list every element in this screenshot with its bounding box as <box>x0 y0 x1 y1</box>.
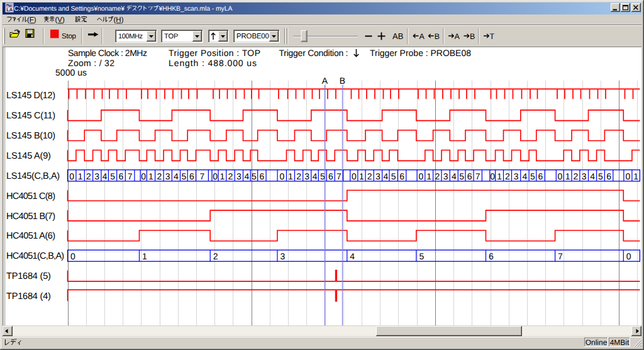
svg-text:5: 5 <box>320 171 325 181</box>
svg-text:TOP: TOP <box>164 33 178 40</box>
svg-text:LA: LA <box>6 7 13 13</box>
svg-text:0: 0 <box>213 171 218 181</box>
svg-text:7: 7 <box>475 171 480 181</box>
svg-text:Online: Online <box>586 338 608 347</box>
svg-text:5: 5 <box>391 171 396 181</box>
svg-text:3: 3 <box>582 171 587 181</box>
svg-text:0: 0 <box>626 251 631 261</box>
svg-text:1: 1 <box>359 171 364 181</box>
svg-text:2: 2 <box>367 171 372 181</box>
svg-text:Length : 488.000 us: Length : 488.000 us <box>169 58 257 68</box>
svg-text:4: 4 <box>523 171 528 181</box>
svg-text:4: 4 <box>590 171 595 181</box>
svg-text:HC4051(C,B,A): HC4051(C,B,A) <box>6 251 64 261</box>
svg-text:4: 4 <box>350 251 355 261</box>
svg-text:B: B <box>340 76 345 86</box>
svg-text:T: T <box>490 32 495 41</box>
svg-text:2: 2 <box>213 251 218 261</box>
svg-text:5: 5 <box>419 251 424 261</box>
svg-text:7: 7 <box>336 171 341 181</box>
svg-text:4: 4 <box>244 171 249 181</box>
svg-text:HC4051 C(8): HC4051 C(8) <box>6 191 55 201</box>
svg-text:1: 1 <box>220 171 225 181</box>
svg-text:Stop: Stop <box>62 33 76 40</box>
svg-text:LS145 C(11): LS145 C(11) <box>6 111 55 121</box>
svg-text:0: 0 <box>352 171 357 181</box>
svg-text:4: 4 <box>174 171 179 181</box>
svg-text:0: 0 <box>490 171 495 181</box>
svg-text:5: 5 <box>530 171 535 181</box>
svg-text:3: 3 <box>304 171 309 181</box>
svg-text:6: 6 <box>260 171 265 181</box>
svg-text:7: 7 <box>200 171 205 181</box>
svg-text:4: 4 <box>452 171 457 181</box>
svg-text:0: 0 <box>141 171 146 181</box>
svg-text:LS145 D(12): LS145 D(12) <box>6 91 55 101</box>
svg-text:1: 1 <box>565 171 570 181</box>
svg-text:6: 6 <box>119 171 124 181</box>
svg-text:3: 3 <box>236 171 242 181</box>
svg-text:5: 5 <box>598 171 603 181</box>
svg-text:HC4051 A(6): HC4051 A(6) <box>6 231 55 241</box>
svg-text:100MHz: 100MHz <box>118 33 143 40</box>
svg-text:C:¥Documents and Settings¥nona: C:¥Documents and Settings¥noname¥ <box>14 5 125 13</box>
svg-text:2: 2 <box>296 171 301 181</box>
svg-text:2: 2 <box>157 171 162 181</box>
svg-text:6: 6 <box>489 251 494 261</box>
svg-text:5000 us: 5000 us <box>55 67 87 77</box>
svg-text:6: 6 <box>467 171 472 181</box>
svg-text:3: 3 <box>375 171 380 181</box>
svg-text:7: 7 <box>128 171 133 181</box>
svg-text:5: 5 <box>181 171 186 181</box>
svg-text:6: 6 <box>606 171 611 181</box>
svg-text:LS145 B(10): LS145 B(10) <box>6 131 55 141</box>
svg-text:4: 4 <box>103 171 108 181</box>
svg-text:6: 6 <box>328 171 333 181</box>
svg-text:A: A <box>322 76 328 86</box>
svg-text:2: 2 <box>505 171 510 181</box>
svg-text:2: 2 <box>574 171 579 181</box>
svg-text:2: 2 <box>86 171 91 181</box>
svg-text:3: 3 <box>280 251 286 261</box>
svg-text:1: 1 <box>142 251 147 261</box>
svg-text:0: 0 <box>557 171 562 181</box>
svg-text:0: 0 <box>419 171 424 181</box>
svg-text:6: 6 <box>399 171 404 181</box>
svg-text:2: 2 <box>228 171 233 181</box>
svg-text:0: 0 <box>69 171 74 181</box>
svg-text:Zoom : / 32: Zoom : / 32 <box>68 58 114 68</box>
svg-text:5: 5 <box>459 171 464 181</box>
svg-text:HC4051 B(7): HC4051 B(7) <box>6 212 55 222</box>
svg-text:Trigger Condition :: Trigger Condition : <box>279 48 348 58</box>
svg-text:5: 5 <box>110 171 115 181</box>
svg-text:A: A <box>455 32 460 41</box>
svg-text:LS145 A(9): LS145 A(9) <box>6 151 51 161</box>
svg-text:1: 1 <box>633 171 638 181</box>
svg-text:A: A <box>419 32 425 41</box>
svg-text:3: 3 <box>165 171 170 181</box>
svg-text:2: 2 <box>435 171 440 181</box>
svg-text:Trigger Probe : PROBE08: Trigger Probe : PROBE08 <box>370 48 471 58</box>
svg-text:3: 3 <box>514 171 519 181</box>
svg-text:1: 1 <box>497 171 502 181</box>
svg-text:1: 1 <box>288 171 293 181</box>
svg-text:3: 3 <box>443 171 448 181</box>
svg-text:0: 0 <box>626 171 631 181</box>
svg-text:1: 1 <box>148 171 153 181</box>
svg-text:6: 6 <box>538 171 543 181</box>
svg-text:4MBit: 4MBit <box>610 338 630 347</box>
svg-text:PROBE00: PROBE00 <box>236 33 269 40</box>
svg-text:TP1684 (5): TP1684 (5) <box>6 271 51 281</box>
svg-text:LS145(C,B,A): LS145(C,B,A) <box>6 171 60 181</box>
svg-text:5: 5 <box>252 171 257 181</box>
svg-text:1: 1 <box>426 171 431 181</box>
svg-text:6: 6 <box>189 171 194 181</box>
svg-text:B: B <box>470 32 475 41</box>
svg-text:1: 1 <box>78 171 83 181</box>
svg-text:Sample Clock : 2MHz: Sample Clock : 2MHz <box>68 48 147 58</box>
svg-text:4: 4 <box>313 171 318 181</box>
svg-text:0: 0 <box>70 251 75 261</box>
svg-text:AB: AB <box>392 31 403 41</box>
svg-text:TP1684 (4): TP1684 (4) <box>6 291 51 302</box>
svg-text:3: 3 <box>94 171 99 181</box>
